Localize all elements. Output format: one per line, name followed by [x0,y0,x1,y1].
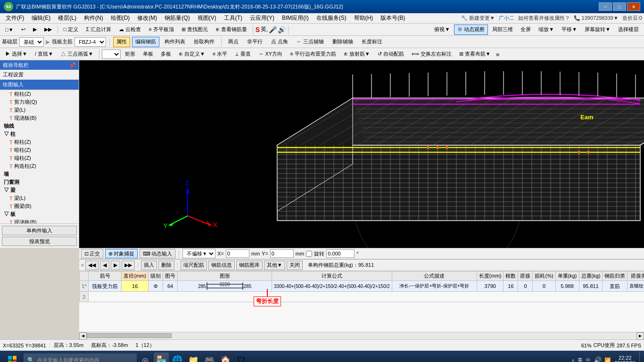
menu-help[interactable]: 帮助(H) [350,13,377,23]
parallel-edge-btn[interactable]: ≡ 平行边布置受力筋 [287,49,339,59]
redo1-btn[interactable]: ▶ [30,25,40,35]
partial-3d-btn[interactable]: 局部三维 [489,25,516,35]
scale-rebar-btn[interactable]: 缩尺配筋 [181,261,207,270]
draw-mode-select[interactable] [102,49,121,59]
rect-btn[interactable]: 矩形 [122,49,139,59]
maximize-button[interactable]: □ [613,2,626,11]
fullscreen-btn[interactable]: 全屏 [517,25,534,35]
rebar-lib-btn[interactable]: 钢筋图库 [236,261,263,270]
swap-mark-btn[interactable]: ⟺ 交换左右标注 [408,49,455,59]
multi-slab-btn[interactable]: 多板 [157,49,174,59]
table-nav-next-btn[interactable]: ▶ [111,261,120,270]
cell-diameter[interactable]: 16 [122,281,149,292]
menu-online[interactable]: 在线服务(S) [313,13,350,23]
nav-item-liang[interactable]: T 梁(L) [0,106,79,114]
single-slab-btn[interactable]: 单板 [140,49,157,59]
nav-engineering-setup[interactable]: 工程设置 [0,70,79,80]
cell-formula[interactable]: 3300-40+(500-40-40)/2+150/2-40+(500-40-4… [272,281,392,292]
nav-item-jianliqiang[interactable]: T 剪力墙(Q) [0,98,79,106]
ortho-btn[interactable]: ⊡ 正交 [81,249,103,258]
two-points-btn[interactable]: 两点 [225,37,242,47]
rotate-checkbox[interactable] [306,251,312,257]
menu-component[interactable]: 构件(N) [80,13,107,23]
tray-ime-icon[interactable]: 中 [586,357,591,362]
screen-rotate-btn[interactable]: 屏幕旋转▼ [581,25,614,35]
select-btn[interactable]: ▶ 选择▼ [2,49,31,59]
show-desktop-btn[interactable] [639,352,642,362]
cell-rebar-type[interactable]: 直筋 [603,281,627,292]
top-view-btn[interactable]: 俯视▼ [431,25,453,35]
menu-view[interactable]: 视图(V) [194,13,220,23]
xy-btn[interactable]: ↔ XY方向 [255,49,286,59]
rebar-code-select[interactable]: FBZJ-4 [74,37,106,47]
tray-expand-icon[interactable]: ∧ [571,358,575,362]
layer-select[interactable]: 基础 [19,37,44,47]
cell-formula-desc[interactable]: 净长-一保护层+弯折-保护层+弯折 [392,281,477,292]
menu-edit[interactable]: 编辑(E) [28,13,54,23]
cell-total-weight[interactable]: 95.811 [579,281,603,292]
nav-item-xianjiaob2[interactable]: T 现浇板(B) [0,218,79,223]
taskbar-app5[interactable]: 🏠 [218,353,233,362]
offset-select[interactable]: 不偏移▼ [182,249,215,258]
close-button[interactable]: ✕ [627,2,640,11]
tray-clock[interactable]: 22:22 2017/9/21 [614,355,637,362]
zoom-btn[interactable]: 缩放▼ [535,25,557,35]
report-preview-btn[interactable]: 报表预览 [2,237,77,246]
table-row-2[interactable]: 2 [80,292,644,302]
taskbar-cortana-btn[interactable]: ◎ [138,353,153,362]
rebar-info-btn[interactable]: 钢筋信息 [208,261,235,270]
horizontal-scrollbar[interactable]: ◀ ▶ [79,332,644,339]
close-table-btn[interactable]: 关闭 [287,261,303,270]
table-nav-first-btn[interactable]: ◀◀ [85,261,99,270]
table-row[interactable]: 1* 筏板受力筋 16 Φ 64 285 [80,281,644,292]
cell-grade[interactable]: Φ [149,281,163,292]
nav-item-liang-l[interactable]: T 梁(L) [0,194,79,202]
snap-btn[interactable]: ⊕ 对象捕捉 [105,249,138,258]
new-change-btn[interactable]: 🔧 新建变更▼ [461,15,495,22]
calc-btn[interactable]: Σ 汇总计算 [83,25,115,35]
single-component-btn[interactable]: 单构件输入 [2,226,77,235]
menu-cloud[interactable]: 云应用(Y) [246,13,278,23]
taskbar-search[interactable]: 🔍 在这里输入你要搜索的内容 [24,354,137,362]
horizontal-btn[interactable]: ≡ 水平 [209,49,231,59]
nav-item-zhu-group[interactable]: ▽ 柱 [0,130,79,138]
undo-btn[interactable]: ↩ [18,25,29,35]
custom-btn[interactable]: ⊕ 自定义▼ [175,49,208,59]
nav-drawing-input[interactable]: 绘图输入 [0,80,79,90]
align-top-btn[interactable]: ≡ 齐平板顶 [145,25,177,35]
del-axis-btn[interactable]: 删除辅轴 [329,37,356,47]
menu-modify[interactable]: 修改(M) [133,13,161,23]
y-input[interactable] [270,249,294,258]
nav-item-quanliang[interactable]: T 圈梁(B) [0,202,79,210]
line-btn[interactable]: / 直线▼ [32,49,57,59]
radial-btn[interactable]: ⊕ 放射筋▼ [340,49,373,59]
menu-draw[interactable]: 绘图(D) [107,13,134,23]
component-list-btn[interactable]: 构件列表 [161,37,189,47]
menu-bim[interactable]: BIM应用(I) [278,13,313,23]
table-delete-btn[interactable]: 删除 [158,261,174,270]
rotate-input[interactable] [326,249,355,258]
taskbar-app2[interactable]: 🌐 [170,353,185,362]
nav-item-duanzhu[interactable]: T 端柱(Z) [0,154,79,162]
view-rebar-btn[interactable]: ⊕ 查看钢筋量 [212,25,250,35]
cell-shape[interactable]: 285 285 3220 [178,281,272,292]
three-point-axis-btn[interactable]: ← 三点辅轴 [293,37,327,47]
nav-item-xianjiaob[interactable]: T 现浇板(B) [0,114,79,122]
nav-item-gouzaozhu[interactable]: T 构造柱(Z) [0,162,79,170]
cell-drawing[interactable]: 64 [163,281,178,292]
menu-file[interactable]: 文件(F) [2,13,28,23]
taskbar-app1[interactable]: 🏪 [154,353,169,362]
table-insert-btn[interactable]: 插入 [141,261,157,270]
pan-btn[interactable]: 平移▼ [558,25,580,35]
cell-count[interactable]: 16 [504,281,518,292]
angle-btn[interactable]: 点 点角 [268,37,291,47]
vertical-btn[interactable]: ⊥ 垂直 [231,49,254,59]
parallel-btn[interactable]: 非平行 [244,37,266,47]
nav-pin-icon[interactable]: 📌 [69,62,76,68]
properties-btn[interactable]: 属性 [113,37,130,47]
arc-btn[interactable]: △ 三点画弧▼ [58,49,97,59]
nav-item-zhuzhu-z[interactable]: T 框柱(Z) [0,90,79,98]
pick-component-btn[interactable]: 拾取构件 [190,37,218,47]
taskbar-app6[interactable]: 🛡 [234,353,249,362]
view-layout-btn[interactable]: ⊞ 查看布筋▼ [456,49,494,59]
